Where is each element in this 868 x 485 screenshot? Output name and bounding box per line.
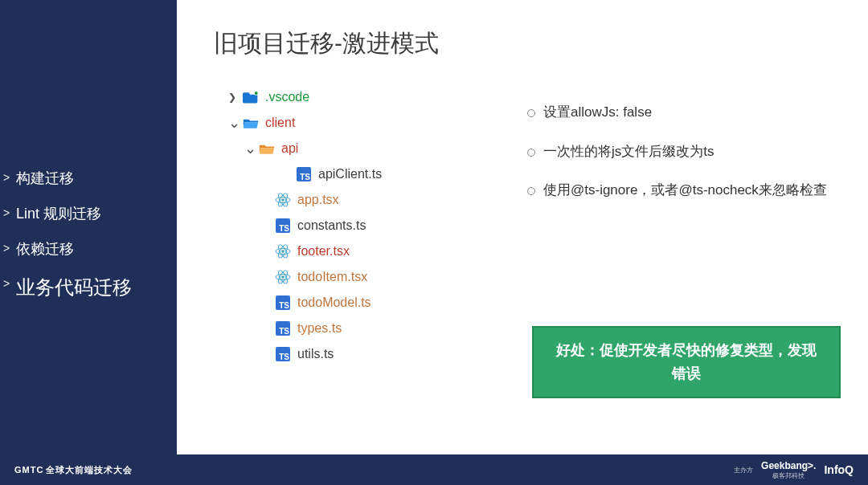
chevron-right-icon: ❯	[228, 92, 236, 103]
tree-row: TSapiClient.ts	[214, 161, 471, 187]
folder-orange-open-icon	[259, 141, 275, 157]
react-icon	[275, 269, 291, 285]
content: ❯.vscode⌄client⌄apiTSapiClient.tsapp.tsx…	[177, 60, 868, 367]
gmtc-logo: GMTC	[14, 465, 43, 475]
tree-row: footer.tsx	[214, 238, 471, 264]
host-label: 主办方	[734, 466, 753, 475]
ts-icon: TS	[275, 320, 291, 336]
tree-item-name: types.ts	[297, 321, 342, 336]
bullet-item: 使用@ts-ignore，或者@ts-nocheck来忽略检查	[527, 178, 849, 203]
geekbang-logo: Geekbang>.	[761, 460, 816, 471]
sidebar-item-lint: Lint 规则迁移	[0, 196, 177, 231]
svg-point-1	[255, 92, 258, 95]
callout-benefit: 好处：促使开发者尽快的修复类型，发现错误	[532, 326, 841, 398]
svg-point-6	[281, 250, 285, 253]
tree-item-name: todoItem.tsx	[297, 270, 367, 284]
tree-row: TStodoModel.ts	[214, 290, 471, 316]
ts-icon: TS	[275, 295, 291, 311]
slide-title: 旧项目迁移-激进模式	[177, 0, 868, 60]
tree-item-name: api	[281, 141, 298, 156]
tree-row: ❯.vscode	[214, 84, 471, 110]
tree-row: ⌄api	[214, 136, 471, 161]
infoq-logo: InfoQ	[824, 463, 854, 476]
tree-item-name: footer.tsx	[297, 244, 350, 259]
sidebar: 构建迁移 Lint 规则迁移 依赖迁移 业务代码迁移	[0, 0, 177, 454]
ts-icon: TS	[296, 166, 312, 182]
tree-item-name: .vscode	[265, 90, 309, 104]
tree-row: ⌄client	[214, 110, 471, 136]
tree-item-name: client	[265, 116, 295, 130]
svg-point-2	[281, 198, 285, 202]
main: 旧项目迁移-激进模式 ❯.vscode⌄client⌄apiTSapiClien…	[177, 0, 868, 454]
bullet-list: 设置allowJs: false 一次性的将js文件后缀改为ts 使用@ts-i…	[527, 84, 849, 367]
tree-item-name: utils.ts	[297, 347, 334, 361]
sidebar-item-biz: 业务代码迁移	[0, 267, 177, 308]
tree-item-name: app.tsx	[297, 193, 339, 207]
tree-row: app.tsx	[214, 187, 471, 213]
sidebar-item-build: 构建迁移	[0, 161, 177, 196]
folder-blue-open-icon	[243, 115, 259, 131]
tree-item-name: todoModel.ts	[297, 295, 371, 310]
gmtc-sub: 全球大前端技术大会	[46, 465, 133, 475]
folder-blue-dot-icon	[243, 89, 259, 105]
tree-row: TSconstants.ts	[214, 213, 471, 238]
svg-point-10	[281, 275, 285, 279]
react-icon	[275, 192, 291, 208]
tree-item-name: constants.ts	[297, 218, 366, 233]
footer: GMTC 全球大前端技术大会 主办方 Geekbang>. 极客邦科技 Info…	[0, 454, 868, 485]
tree-row: todoItem.tsx	[214, 264, 471, 290]
sidebar-item-deps: 依赖迁移	[0, 231, 177, 267]
tree-row: TStypes.ts	[214, 316, 471, 341]
ts-icon: TS	[275, 346, 291, 362]
ts-icon: TS	[275, 218, 291, 234]
slide: 构建迁移 Lint 规则迁移 依赖迁移 业务代码迁移 旧项目迁移-激进模式 ❯.…	[0, 0, 868, 454]
brand-right: 主办方 Geekbang>. 极客邦科技 InfoQ	[734, 460, 854, 480]
react-icon	[275, 243, 291, 259]
bullet-item: 一次性的将js文件后缀改为ts	[527, 140, 849, 165]
tree-item-name: apiClient.ts	[318, 167, 382, 181]
geekbang-sub: 极客邦科技	[761, 471, 816, 480]
file-tree: ❯.vscode⌄client⌄apiTSapiClient.tsapp.tsx…	[214, 84, 471, 367]
chevron-down-icon: ⌄	[228, 120, 236, 126]
chevron-down-icon: ⌄	[244, 145, 252, 152]
bullet-item: 设置allowJs: false	[527, 100, 849, 125]
tree-row: TSutils.ts	[214, 341, 471, 367]
brand-left: GMTC 全球大前端技术大会	[14, 464, 133, 476]
